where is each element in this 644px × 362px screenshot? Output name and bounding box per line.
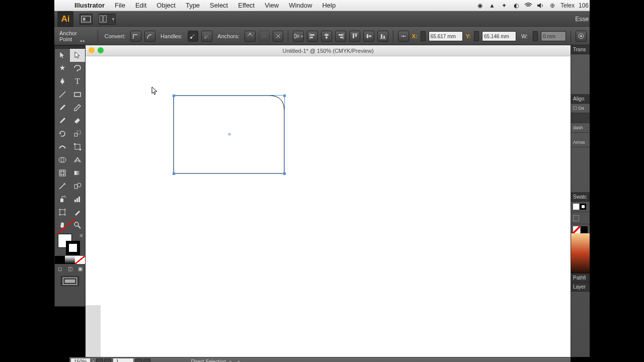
input-source[interactable]: Telex	[560, 2, 575, 9]
swatch-gradient-strip[interactable]	[571, 233, 590, 274]
tools-grip[interactable]	[55, 46, 85, 49]
menu-select[interactable]: Select	[205, 2, 233, 9]
x-stepper[interactable]	[421, 31, 426, 41]
y-stepper[interactable]	[474, 31, 479, 41]
status-dropdown-icon[interactable]: ▶	[229, 359, 232, 362]
selection-tool[interactable]	[55, 49, 70, 62]
gradient-tool[interactable]	[70, 166, 85, 179]
shape-builder-tool[interactable]	[55, 153, 70, 166]
cut-path-button[interactable]	[273, 31, 284, 42]
perspective-grid-tool[interactable]	[70, 153, 85, 166]
status-icon-3[interactable]: ✦	[500, 2, 508, 10]
align-center-v-button[interactable]	[363, 31, 374, 42]
panel-pathfinder-tab[interactable]: Pathfi	[571, 274, 590, 283]
magic-wand-tool[interactable]	[55, 62, 70, 75]
align-left-button[interactable]	[307, 31, 318, 42]
swatch-3d-icon[interactable]	[573, 215, 579, 221]
column-graph-tool[interactable]	[70, 193, 85, 206]
rotate-tool[interactable]	[55, 127, 70, 140]
color-mode-solid[interactable]	[55, 256, 65, 264]
menu-help[interactable]: Help	[317, 2, 341, 9]
anchor-point[interactable]	[283, 95, 286, 97]
remove-anchor-button[interactable]	[245, 31, 256, 42]
volume-icon[interactable]	[536, 2, 544, 10]
align-bottom-button[interactable]	[377, 31, 388, 42]
menu-window[interactable]: Window	[284, 2, 317, 9]
pencil-tool[interactable]	[70, 101, 85, 114]
canvas[interactable]	[86, 56, 571, 357]
convert-corner-button[interactable]	[130, 31, 141, 42]
slice-tool[interactable]	[70, 206, 85, 219]
swap-fill-stroke-icon[interactable]: ⤭	[79, 233, 83, 238]
panel-transform-tab[interactable]: Trans	[571, 45, 590, 54]
align-checkbox-row[interactable]: ☐ Da	[571, 104, 590, 113]
menu-object[interactable]: Object	[151, 2, 181, 9]
artboard-first-button[interactable]	[96, 358, 103, 363]
convert-smooth-button[interactable]	[144, 31, 155, 42]
rectangle-tool[interactable]	[70, 88, 85, 101]
app-name[interactable]: Illustrator	[69, 2, 110, 9]
menu-type[interactable]: Type	[181, 2, 205, 9]
panel-swatches-tab[interactable]: Swatc	[571, 193, 590, 202]
swatch-black-icon[interactable]	[581, 226, 588, 233]
width-tool[interactable]	[55, 140, 70, 153]
screen-mode-button[interactable]	[61, 276, 79, 286]
fill-stroke-control[interactable]: ⤭	[55, 232, 85, 256]
connect-anchor-button[interactable]	[259, 31, 270, 42]
align-menu-button[interactable]: ▼	[293, 31, 304, 42]
zoom-level[interactable]: 150%	[71, 358, 90, 363]
window-minimize-button[interactable]	[89, 47, 95, 53]
status-icon-1[interactable]: ◉	[476, 2, 484, 10]
swatch-none-icon[interactable]	[573, 204, 579, 210]
handles-hide-button[interactable]	[201, 31, 212, 42]
panel-align-tab[interactable]: Align	[571, 95, 590, 104]
swatches-row[interactable]	[571, 202, 590, 212]
dash-field[interactable]	[571, 113, 590, 123]
workspace-switcher[interactable]: Esse	[575, 16, 589, 23]
menu-edit[interactable]: Edit	[130, 2, 151, 9]
paintbrush-tool[interactable]	[55, 101, 70, 114]
w-stepper[interactable]	[533, 31, 538, 41]
align-top-button[interactable]	[349, 31, 360, 42]
wifi-icon[interactable]	[524, 2, 532, 10]
transform-panel-content[interactable]	[571, 54, 590, 95]
anchor-point[interactable]	[173, 95, 175, 97]
color-mode-none[interactable]	[75, 256, 85, 264]
draw-normal-button[interactable]: ◻	[55, 264, 65, 273]
scroll-left-icon[interactable]: ◀	[236, 359, 239, 362]
blend-tool[interactable]	[70, 179, 85, 193]
collapse-tools-icon[interactable]: ◂◂	[79, 38, 85, 43]
anchor-point[interactable]	[283, 172, 286, 175]
blob-brush-tool[interactable]	[55, 114, 70, 127]
swatch-registration-icon[interactable]	[580, 204, 586, 210]
pen-tool[interactable]	[55, 75, 70, 88]
ref-point-button[interactable]	[398, 31, 409, 42]
align-right-button[interactable]	[335, 31, 346, 42]
draw-inside-button[interactable]: ▣	[75, 264, 85, 273]
y-input[interactable]	[482, 31, 516, 41]
eraser-tool[interactable]	[70, 114, 85, 127]
x-input[interactable]	[429, 31, 463, 41]
mesh-tool[interactable]	[55, 166, 70, 179]
isolate-button[interactable]	[576, 31, 587, 42]
status-icon-4[interactable]: ◐	[512, 2, 520, 10]
menu-effect[interactable]: Effect	[233, 2, 260, 9]
menu-view[interactable]: View	[260, 2, 284, 9]
swatch-none2-icon[interactable]	[573, 226, 580, 233]
direct-selection-tool[interactable]	[70, 49, 85, 62]
type-tool[interactable]: T	[70, 75, 85, 88]
artboard-last-button[interactable]	[143, 358, 150, 363]
arrange-documents-button[interactable]: ▼	[99, 14, 116, 25]
line-tool[interactable]	[55, 88, 70, 101]
artboard-prev-button[interactable]	[104, 358, 111, 363]
lasso-tool[interactable]	[70, 62, 85, 75]
panel-layers-tab[interactable]: Layer	[571, 283, 590, 292]
handles-show-button[interactable]	[188, 31, 199, 42]
stroke-panel-content[interactable]	[571, 147, 590, 193]
zoom-dropdown-icon[interactable]: ▼	[92, 359, 96, 362]
input-menu-icon[interactable]: ⊕	[548, 2, 556, 10]
window-zoom-button[interactable]	[98, 47, 104, 53]
bridge-button[interactable]	[79, 14, 93, 25]
anchor-point[interactable]	[173, 172, 175, 175]
draw-behind-button[interactable]: ◫	[65, 264, 75, 273]
